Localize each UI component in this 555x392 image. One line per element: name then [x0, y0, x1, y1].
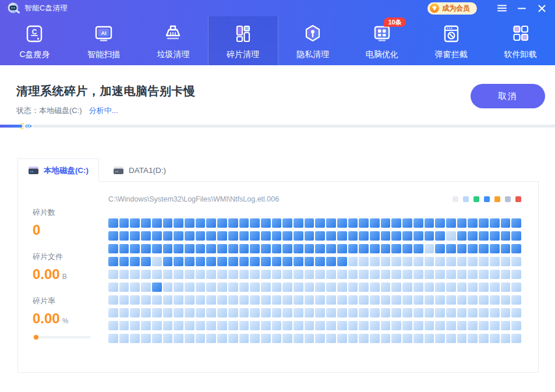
- svg-text:C: C: [32, 28, 37, 36]
- cancel-button[interactable]: 取消: [471, 84, 545, 108]
- fragment-cell: [435, 295, 445, 305]
- fragment-cell: [435, 334, 445, 343]
- fragment-cell: [501, 334, 511, 343]
- tab-local-disk-c[interactable]: 本地磁盘(C:): [17, 158, 99, 182]
- fragment-cell: [217, 334, 227, 343]
- stat-unit: %: [62, 317, 69, 325]
- nav-item-label: 隐私清理: [296, 50, 329, 60]
- fragment-cell: [348, 282, 358, 292]
- fragment-cell: [108, 334, 118, 343]
- fragment-cell: [326, 270, 336, 279]
- fragment-cell: [479, 334, 489, 343]
- scan-content: C:\Windows\System32\LogFiles\WMI\NtfsLog…: [108, 182, 538, 372]
- fragment-cell: [468, 244, 478, 253]
- tab-label: 本地磁盘(C:): [44, 165, 89, 176]
- broom-icon: [162, 22, 183, 45]
- fragment-cell: [185, 270, 195, 279]
- fragment-cell: [196, 257, 206, 266]
- fragment-cell: [479, 218, 489, 228]
- current-file-path: C:\Windows\System32\LogFiles\WMI\NtfsLog…: [108, 195, 279, 203]
- fragment-cell: [217, 218, 227, 228]
- nav-item-popup-block[interactable]: 弹窗拦截: [416, 16, 486, 65]
- nav-item-ai-scan[interactable]: AI 智能扫描: [69, 16, 139, 65]
- fragment-cell: [457, 282, 467, 292]
- fragment-cell: [272, 244, 282, 253]
- tab-data1-d[interactable]: DATA1(D:): [99, 158, 180, 182]
- fragment-cell: [250, 244, 260, 253]
- legend-swatch: [484, 196, 490, 202]
- analyzing-link[interactable]: 分析中...: [89, 105, 118, 116]
- fragment-cell: [359, 244, 369, 253]
- fragment-cell: [228, 257, 238, 266]
- fragment-cell: [446, 334, 456, 343]
- fragment-cell: [119, 308, 129, 317]
- fragment-cell: [381, 308, 391, 317]
- legend-swatch: [473, 196, 479, 202]
- fragment-cell: [413, 334, 423, 343]
- fragment-cell: [152, 321, 162, 330]
- notification-badge: 10条: [384, 17, 405, 27]
- fragment-cell: [305, 282, 314, 292]
- fragment-cell: [282, 295, 292, 305]
- fragment-cell: [457, 321, 467, 330]
- status-row: 状态： 本地磁盘(C:) 分析中...: [16, 105, 539, 116]
- fragment-cell: [511, 282, 521, 292]
- nav-item-junk-clean[interactable]: 垃圾清理: [139, 16, 208, 65]
- fragment-cell: [501, 295, 511, 305]
- scan-progress-fill: [0, 125, 22, 128]
- fragment-cell: [479, 308, 489, 317]
- close-button[interactable]: [534, 2, 549, 15]
- fragment-cell: [239, 231, 249, 241]
- fragment-cell: [282, 231, 292, 241]
- fragment-cell: [294, 282, 303, 292]
- popup-block-icon: [441, 22, 462, 45]
- fragment-cell: [446, 231, 456, 241]
- fragment-cell: [348, 231, 358, 241]
- menu-button[interactable]: [494, 2, 510, 15]
- fragment-cell: [468, 270, 478, 279]
- top-gradient-area: 智能C盘清理 成为会员: [0, 0, 555, 65]
- legend-swatch: [463, 196, 469, 202]
- fragment-cell: [446, 257, 456, 266]
- disk-icon: [28, 166, 39, 175]
- fragment-cell: [435, 321, 445, 330]
- fragment-cell: [272, 257, 282, 266]
- nav-item-pc-optimize[interactable]: 10条 电脑优化: [347, 16, 416, 65]
- fragment-cell: [326, 244, 336, 253]
- fragment-cell: [381, 295, 391, 305]
- fragment-cell: [501, 321, 511, 330]
- fragment-cell: [282, 244, 292, 253]
- nav-item-c-drive-slim[interactable]: C C盘瘦身: [0, 16, 69, 65]
- fragment-cell: [468, 231, 478, 241]
- fragment-cell: [141, 282, 151, 292]
- fragment-cell: [141, 218, 151, 228]
- fragment-cell: [490, 334, 500, 343]
- fragment-cell: [141, 231, 151, 241]
- fragment-cell: [490, 321, 500, 330]
- minimize-button[interactable]: [514, 2, 529, 15]
- fragment-cell: [141, 257, 151, 266]
- titlebar: 智能C盘清理 成为会员: [0, 0, 555, 16]
- fragment-cell: [402, 257, 412, 266]
- fragment-cell: [370, 308, 380, 317]
- nav-item-privacy-clean[interactable]: 隐私清理: [278, 16, 348, 65]
- fragment-cell: [206, 231, 216, 241]
- nav-item-uninstall[interactable]: 软件卸载: [486, 16, 555, 65]
- fragment-cell: [413, 270, 423, 279]
- fragment-cell: [119, 231, 129, 241]
- fragment-cell: [359, 231, 369, 241]
- fragment-cell: [272, 282, 282, 292]
- app-window: 智能C盘清理 成为会员: [0, 0, 555, 392]
- fragment-cell: [282, 334, 292, 343]
- fragment-cell: [272, 308, 282, 317]
- fragment-cell: [446, 244, 456, 253]
- fragment-cell: [206, 218, 216, 228]
- fragment-cell: [282, 218, 292, 228]
- nav-item-fragment-clean[interactable]: 碎片清理: [208, 16, 278, 65]
- vip-button[interactable]: 成为会员: [427, 2, 477, 15]
- fragment-cell: [250, 257, 260, 266]
- fragment-cell: [468, 282, 478, 292]
- fragment-cell: [119, 257, 129, 266]
- fragment-cell: [370, 257, 380, 266]
- fragment-cell: [381, 218, 391, 228]
